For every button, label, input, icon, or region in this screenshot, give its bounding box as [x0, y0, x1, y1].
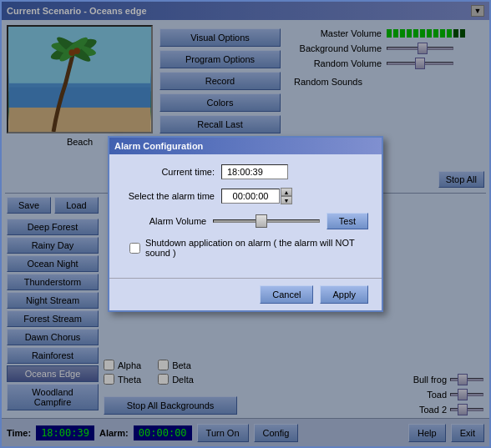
- select-alarm-label: Select the alarm time: [123, 191, 215, 201]
- shutdown-row: Shutdown application on alarm ( the alar…: [129, 238, 368, 258]
- spinner-up-button[interactable]: ▲: [281, 188, 292, 196]
- current-time-row: Current time: 18:00:39: [123, 164, 368, 179]
- select-alarm-row: Select the alarm time ▲ ▼: [123, 188, 368, 204]
- main-window: Current Scenario - Oceans edge ▼: [0, 0, 491, 448]
- alarm-slider-thumb[interactable]: [256, 214, 267, 228]
- current-time-label: Current time:: [123, 167, 215, 177]
- alarm-volume-slider-container: [213, 214, 320, 229]
- spinner-down-button[interactable]: ▼: [281, 196, 292, 204]
- dialog-title-bar: Alarm Configuration: [109, 138, 382, 154]
- test-button[interactable]: Test: [326, 213, 368, 229]
- dialog-apply-button[interactable]: Apply: [320, 285, 368, 304]
- alarm-slider-track: [213, 219, 320, 223]
- modal-overlay: Alarm Configuration Current time: 18:00:…: [2, 2, 489, 446]
- dialog-cancel-button[interactable]: Cancel: [260, 285, 313, 304]
- alarm-dialog: Alarm Configuration Current time: 18:00:…: [108, 136, 383, 312]
- alarm-time-input[interactable]: [221, 189, 280, 204]
- spinner-buttons: ▲ ▼: [281, 188, 292, 204]
- shutdown-label: Shutdown application on alarm ( the alar…: [145, 238, 368, 258]
- alarm-volume-label: Alarm Volume: [123, 216, 206, 226]
- dialog-title: Alarm Configuration: [114, 141, 203, 151]
- alarm-time-spinner: ▲ ▼: [221, 188, 292, 204]
- alarm-volume-row: Alarm Volume Test: [123, 213, 368, 229]
- current-time-value: 18:00:39: [221, 164, 288, 179]
- dialog-buttons: Cancel Apply: [109, 278, 382, 310]
- shutdown-checkbox[interactable]: [129, 243, 140, 254]
- dialog-content: Current time: 18:00:39 Select the alarm …: [109, 154, 382, 278]
